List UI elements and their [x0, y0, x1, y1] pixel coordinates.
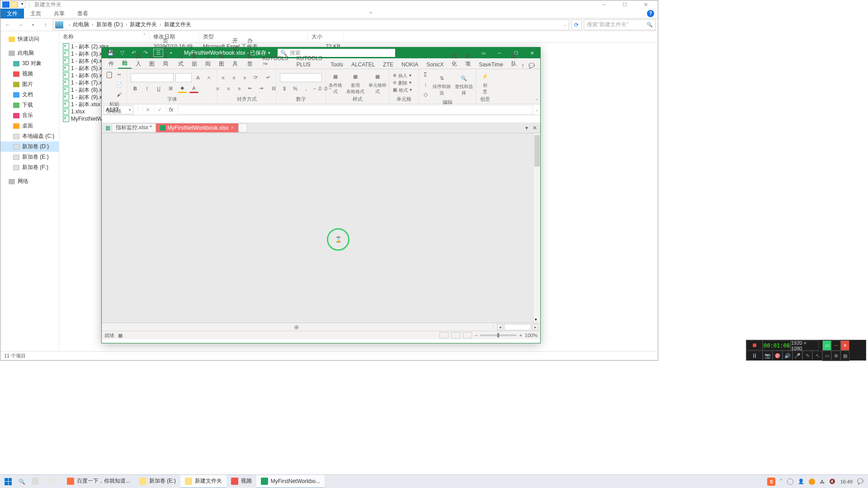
maximize-button[interactable]: ☐ — [614, 0, 635, 9]
zoom-slider[interactable] — [480, 334, 516, 336]
crumb-3[interactable]: 新建文件夹 — [164, 21, 191, 28]
format-cells-button[interactable]: ▦格式 ▾ — [393, 87, 412, 94]
ideas-button[interactable]: ⚡ — [480, 71, 491, 82]
sidebar-item[interactable]: 新加卷 (F:) — [0, 162, 59, 173]
help-icon[interactable]: ? — [647, 10, 654, 17]
sidebar-item[interactable]: 3D 对象 — [0, 58, 59, 69]
rec-accept[interactable]: ▭ — [822, 340, 831, 351]
autosum-button[interactable]: Σ — [421, 70, 430, 79]
ribbon-tab[interactable]: ALCATEL — [347, 60, 379, 69]
ribbon-tab[interactable]: ZTE — [379, 60, 397, 69]
copy-icon[interactable]: 📄 — [115, 80, 124, 89]
sidebar-this-pc[interactable]: 此电脑 — [0, 48, 59, 58]
view-page-layout[interactable] — [451, 332, 460, 338]
sidebar-item[interactable]: 桌面 — [0, 121, 59, 131]
fx-button[interactable]: fx — [166, 105, 176, 114]
sidebar-item[interactable]: 本地磁盘 (C:) — [0, 131, 59, 141]
rec-close[interactable]: ✕ — [840, 340, 849, 351]
ribbon-tab[interactable]: 办公标签 — [243, 35, 259, 69]
nav-up-button[interactable]: ↑ — [40, 20, 51, 30]
autosave-icon[interactable]: 💾 — [106, 49, 114, 57]
qat-button[interactable]: ☰ — [153, 49, 163, 57]
nav-recent-button[interactable]: ▾ — [28, 20, 38, 30]
font-name-combo[interactable] — [131, 73, 174, 82]
zoom-level[interactable]: 100% — [525, 333, 538, 338]
close-button[interactable]: ✕ — [524, 47, 540, 58]
record-button[interactable]: ■ — [746, 340, 763, 350]
cut-icon[interactable]: ✂ — [115, 70, 124, 79]
minimize-button[interactable]: ─ — [594, 0, 614, 9]
ribbon-collapse[interactable]: ⌃ — [363, 9, 379, 19]
ime-indicator[interactable]: S — [767, 478, 775, 486]
ribbon-tab[interactable]: Tools — [326, 60, 347, 69]
ribbon-tab[interactable]: 数据 — [188, 51, 201, 69]
taskbar-item[interactable] — [43, 475, 62, 488]
hscroll-right[interactable]: ▸ — [532, 324, 538, 330]
tray-icon[interactable] — [787, 479, 793, 485]
start-button[interactable] — [0, 475, 16, 488]
nav-forward-button[interactable]: → — [15, 20, 26, 30]
nav-back-button[interactable]: ← — [2, 20, 13, 30]
taskbar-item[interactable]: 新建文件夹 — [180, 475, 226, 488]
explorer-titlebar[interactable]: ▾ | 新建文件夹 ─ ☐ ✕ — [0, 0, 658, 9]
format-painter-icon[interactable]: 🖌 — [115, 90, 124, 99]
ribbon-tab[interactable]: 杂项 — [461, 51, 475, 69]
sidebar-item-selected[interactable]: 新加卷 (D:) — [0, 141, 59, 152]
tray-notifications-icon[interactable]: 💬 — [857, 479, 863, 484]
filter-icon[interactable]: ▽ — [118, 49, 126, 57]
sidebar-item[interactable]: 文档 — [0, 89, 59, 100]
tray-icon[interactable] — [809, 479, 815, 485]
sidebar-item[interactable]: 音乐 — [0, 110, 59, 121]
ribbon-tab[interactable]: SonicX — [422, 60, 448, 69]
breadcrumb[interactable]: › 此电脑 › 新加卷 (D:) › 新建文件夹 › 新建文件夹 ⌄ — [53, 19, 569, 30]
doc-tab-active[interactable]: MyFirstNetWorkbook.xlsx✕ — [156, 123, 238, 132]
rec-opt-3[interactable]: ▤ — [840, 351, 849, 361]
task-view-button[interactable] — [27, 475, 43, 488]
view-page-break[interactable] — [463, 332, 472, 338]
doc-tabs-menu[interactable]: ▾ — [523, 124, 530, 131]
rec-tool-2[interactable]: 🎯 — [773, 351, 783, 361]
close-tab-icon[interactable]: ✕ — [231, 125, 234, 130]
font-size-combo[interactable] — [175, 73, 192, 82]
sidebar-network[interactable]: 网络 — [0, 176, 59, 187]
ribbon-tab[interactable]: 开发工具 — [228, 35, 244, 69]
border-button[interactable]: ⊞ — [166, 84, 175, 93]
conditional-format-button[interactable]: ▦ — [329, 71, 342, 82]
find-select-button[interactable]: 🔍 — [458, 73, 470, 84]
new-doc-tab[interactable] — [238, 123, 247, 132]
increase-font-icon[interactable]: A — [193, 73, 203, 82]
taskbar-item[interactable]: 新加卷 (E:) — [135, 475, 180, 488]
zoom-out[interactable]: − — [475, 333, 477, 338]
format-table-button[interactable]: ▦ — [349, 71, 362, 82]
ribbon-tab-file[interactable]: 文件 — [0, 9, 24, 19]
wrap-text-button[interactable]: ↵ — [262, 73, 275, 82]
rec-tool-6[interactable]: ↖ — [812, 351, 822, 361]
add-sheet-button[interactable]: ⊕ — [292, 324, 301, 331]
ribbon-tab[interactable]: 优化 — [448, 51, 461, 69]
ribbon-display-button[interactable]: ▭ — [475, 47, 491, 58]
tray-time[interactable]: 16:49 — [840, 479, 853, 484]
sidebar-item[interactable]: 下载 — [0, 100, 59, 110]
taskbar-item[interactable]: 视频 — [226, 475, 256, 488]
taskbar-item[interactable]: 百度一下，你就知道... — [62, 475, 135, 488]
doc-tab[interactable]: 指标监控.xlsx * — [112, 123, 156, 132]
view-normal[interactable] — [439, 332, 448, 338]
rec-tool-1[interactable]: 📷 — [763, 351, 773, 361]
doc-tabs-close[interactable]: ✕ — [531, 124, 538, 131]
tray-volume-icon[interactable]: 🔇 — [829, 479, 835, 484]
crumb-2[interactable]: 新建文件夹 — [130, 21, 157, 28]
tray-people-icon[interactable]: 👤 — [798, 479, 804, 484]
bold-button[interactable]: B — [131, 84, 140, 93]
minimize-button[interactable]: ─ — [491, 47, 508, 58]
hscroll-left[interactable]: ◂ — [497, 324, 503, 330]
expand-formula-icon[interactable]: ⌄ — [535, 108, 538, 112]
qat-more[interactable]: ▾ — [167, 49, 175, 57]
underline-button[interactable]: U — [154, 84, 163, 93]
ribbon-tab-share[interactable]: 共享 — [47, 9, 71, 19]
macro-record-icon[interactable]: ▦ — [118, 333, 123, 338]
tray-chevron-icon[interactable]: ˄ — [780, 479, 783, 484]
tray-network-icon[interactable]: 🖧 — [820, 479, 825, 484]
italic-button[interactable]: I — [142, 84, 151, 93]
clear-button[interactable]: ◇ — [421, 90, 430, 99]
font-color-button[interactable]: A — [189, 84, 198, 93]
